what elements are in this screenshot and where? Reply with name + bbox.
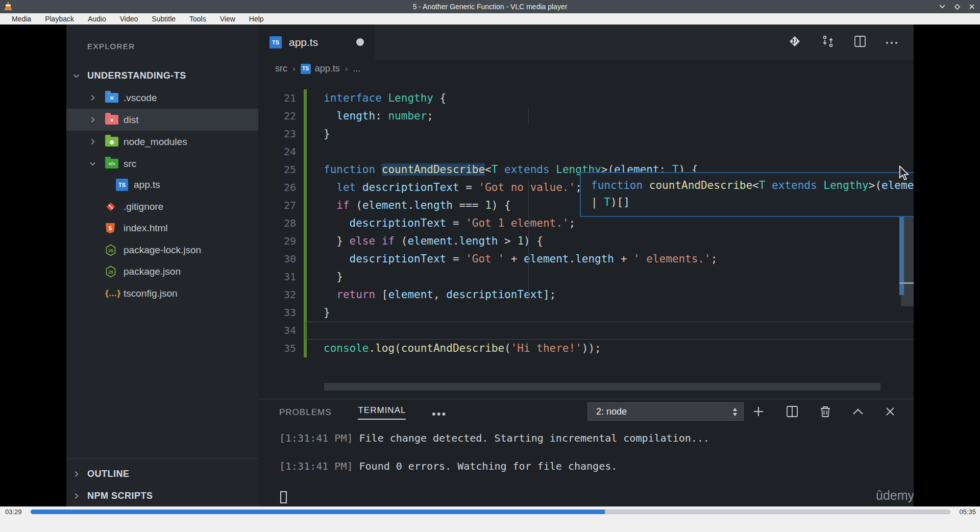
indent-guide: [528, 179, 529, 304]
explorer-title: EXPLORER: [87, 42, 135, 51]
scrollbar-marker: [899, 282, 914, 284]
menu-help[interactable]: Help: [242, 14, 271, 24]
line-number: 23: [258, 125, 296, 143]
vlc-controls-bar: 03:29 05:35 101%: [0, 506, 980, 532]
indent-guide: [528, 107, 529, 125]
seek-progress: [31, 510, 605, 514]
breadcrumb: src›TSapp.ts›...: [258, 60, 914, 78]
code-line-24[interactable]: 24: [258, 143, 914, 161]
code-line-31[interactable]: 31 }: [258, 268, 914, 286]
line-number: 31: [258, 268, 296, 286]
line-number: 28: [258, 214, 296, 232]
breadcrumb-appts[interactable]: app.ts: [315, 63, 340, 74]
modified-dot-icon[interactable]: [356, 38, 364, 46]
seek-bar[interactable]: [31, 510, 950, 514]
svg-text:JS: JS: [108, 269, 114, 274]
elapsed-time: 03:29: [5, 508, 22, 516]
node-icon: JS: [105, 265, 116, 278]
panel-tab-problems[interactable]: PROBLEMS: [279, 407, 331, 418]
maximize-panel-icon[interactable]: [852, 408, 864, 417]
tree-item-app-ts[interactable]: TSapp.ts: [66, 174, 258, 196]
horizontal-scrollbar[interactable]: [324, 383, 880, 391]
chevron-right-icon: [72, 470, 81, 478]
menu-media[interactable]: Media: [5, 14, 38, 24]
minimize-button[interactable]: [939, 4, 946, 9]
explorer-sidebar: EXPLORER UNDERSTANDING-TS✕.vscode■dist⬢n…: [66, 25, 258, 506]
open-changes-icon[interactable]: [787, 34, 802, 51]
maximize-button[interactable]: [954, 4, 961, 10]
chevron-right-icon: [88, 115, 97, 124]
close-button[interactable]: [969, 4, 975, 10]
tab-appts[interactable]: TS app.ts: [258, 25, 375, 60]
line-number: 21: [258, 89, 296, 107]
section-npm-scripts[interactable]: NPM SCRIPTS: [66, 485, 258, 506]
panel-overflow-icon[interactable]: •••: [432, 407, 447, 421]
tree-item-package-lock-json[interactable]: JSpackage-lock.json: [66, 239, 258, 261]
tree-item-index-html[interactable]: 5index.html: [66, 217, 258, 239]
split-editor-icon[interactable]: [853, 35, 867, 50]
tree-item--vscode[interactable]: ✕.vscode: [66, 87, 258, 109]
code-line-30[interactable]: 30 descriptionText = 'Got ' + element.le…: [258, 250, 914, 268]
vlc-titlebar: 5 - Another Generic Function - VLC media…: [0, 0, 980, 13]
window-title: 5 - Another Generic Function - VLC media…: [0, 3, 980, 11]
menu-view[interactable]: View: [213, 14, 242, 24]
terminal-cursor: [280, 491, 287, 503]
menu-subtitle[interactable]: Subtitle: [145, 14, 183, 24]
menu-video[interactable]: Video: [113, 14, 145, 24]
editor-tabbar: TS app.ts: [258, 25, 914, 60]
split-terminal-icon[interactable]: [786, 405, 798, 420]
breadcrumb-src[interactable]: src: [275, 63, 287, 74]
tree-item--gitignore[interactable]: .gitignore: [66, 196, 258, 217]
code-line-32[interactable]: 32 return [element, descriptionText];: [258, 286, 914, 304]
menu-audio[interactable]: Audio: [81, 14, 113, 24]
code-line-21[interactable]: 21interface Lengthy {: [258, 89, 914, 107]
new-terminal-icon[interactable]: [752, 405, 765, 420]
kill-terminal-icon[interactable]: [820, 405, 831, 420]
tooltip-line: function countAndDescribe<T extends Leng…: [591, 177, 914, 194]
breadcrumb-separator: ›: [292, 64, 296, 74]
bottom-panel: PROBLEMSTERMINAL ••• 2: node [1:31:41 PM…: [258, 399, 914, 506]
typescript-file-icon: TS: [301, 64, 311, 74]
code-line-33[interactable]: 33}: [258, 304, 914, 322]
tree-item-package-json[interactable]: JSpackage.json: [66, 260, 258, 282]
more-actions-icon[interactable]: [885, 38, 898, 47]
terminal-output[interactable]: [1:31:41 PM] File change detected. Start…: [279, 428, 892, 504]
line-number: 33: [258, 304, 296, 322]
menu-tools[interactable]: Tools: [183, 14, 213, 24]
panel-tab-terminal[interactable]: TERMINAL: [358, 405, 406, 420]
code-line-22[interactable]: 22 length: number;: [258, 107, 914, 125]
tree-item-src[interactable]: </>src: [66, 153, 258, 175]
tree-item-dist[interactable]: ■dist: [66, 109, 258, 131]
terminal-line: [1:31:41 PM] File change detected. Start…: [279, 432, 709, 444]
html-icon: 5: [105, 223, 115, 234]
folder-vscode-icon: ✕: [105, 93, 118, 103]
breadcrumb-symbol[interactable]: ...: [353, 63, 360, 74]
section-outline[interactable]: OUTLINE: [66, 463, 258, 485]
panel-actions: [752, 403, 895, 422]
terminal-line: [1:31:41 PM] Found 0 errors. Watching fo…: [279, 460, 617, 472]
code-line-29[interactable]: 29 } else if (element.length > 1) {: [258, 232, 914, 250]
tree-item-tsconfig-json[interactable]: {…}tsconfig.json: [66, 282, 258, 304]
terminal-select[interactable]: 2: node: [587, 402, 744, 421]
menu-playback[interactable]: Playback: [38, 14, 81, 24]
line-number: 22: [258, 107, 296, 125]
braces-icon: {…}: [105, 288, 120, 299]
folder-src-icon: </>: [105, 159, 118, 168]
code-editor[interactable]: 21interface Lengthy {22 length: number;2…: [258, 78, 914, 399]
tree-item-node-modules[interactable]: ⬢node_modules: [66, 131, 258, 153]
project-section-header[interactable]: UNDERSTANDING-TS: [66, 65, 258, 87]
line-number: 26: [258, 179, 296, 197]
code-line-28[interactable]: 28 descriptionText = 'Got 1 element.';: [258, 214, 914, 232]
scrollbar-decoration: [899, 206, 904, 295]
udemy-watermark: ûdemy: [876, 488, 914, 503]
typescript-file-icon: TS: [270, 36, 282, 49]
code-line-23[interactable]: 23}: [258, 125, 914, 143]
code-line-35[interactable]: 35console.log(countAndDescribe('Hi there…: [258, 340, 914, 357]
close-panel-icon[interactable]: [885, 406, 895, 419]
node-icon: JS: [105, 244, 116, 256]
vlc-menubar: MediaPlaybackAudioVideoSubtitleToolsView…: [0, 13, 980, 25]
total-time: 05:35: [959, 508, 976, 516]
git-icon: [105, 201, 116, 212]
video-frame[interactable]: EXPLORER UNDERSTANDING-TS✕.vscode■dist⬢n…: [0, 25, 980, 506]
compare-changes-icon[interactable]: [821, 34, 835, 51]
